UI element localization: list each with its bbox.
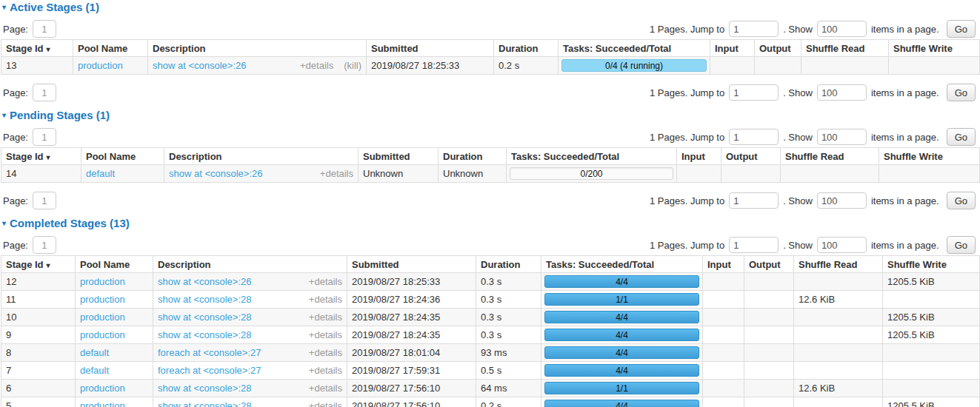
details-toggle[interactable]: +details	[309, 347, 342, 358]
pages-count-text: 1 Pages. Jump to	[650, 24, 724, 35]
column-header-duration[interactable]: Duration	[439, 148, 507, 165]
column-header-tasks-succeeded-total[interactable]: Tasks: Succeeded/Total	[541, 256, 703, 273]
column-header-description[interactable]: Description	[153, 256, 347, 273]
jump-to-page-input[interactable]	[729, 21, 779, 37]
details-toggle[interactable]: +details	[309, 312, 342, 323]
stage-description-link[interactable]: show at <console>:28	[158, 329, 303, 340]
details-toggle[interactable]: +details	[309, 276, 342, 287]
description-cell: show at <console>:28+details	[153, 397, 347, 407]
pool-name-link[interactable]: default	[80, 347, 109, 358]
page-size-input[interactable]	[817, 237, 867, 253]
jump-to-page-input[interactable]	[729, 237, 779, 253]
stage-description-link[interactable]: show at <console>:26	[169, 168, 314, 179]
details-toggle[interactable]: +details	[309, 365, 342, 376]
pool-name-cell: production	[76, 291, 153, 309]
section-heading-pending[interactable]: ▾Pending Stages (1)	[2, 110, 980, 121]
stage-description-link[interactable]: show at <console>:26	[158, 276, 303, 287]
jump-to-page-input[interactable]	[729, 192, 779, 209]
go-button[interactable]: Go	[947, 192, 976, 209]
column-header-description[interactable]: Description	[148, 40, 367, 57]
column-header-tasks-succeeded-total[interactable]: Tasks: Succeeded/Total	[559, 40, 710, 57]
details-toggle[interactable]: +details	[309, 294, 342, 305]
details-toggle[interactable]: +details	[320, 168, 353, 179]
go-button[interactable]: Go	[947, 236, 976, 254]
page-size-input[interactable]	[817, 192, 867, 209]
column-header-label: Input	[681, 151, 705, 162]
pool-name-link[interactable]: production	[80, 276, 125, 287]
column-header-label: Submitted	[371, 43, 419, 54]
details-toggle[interactable]: +details	[309, 383, 342, 394]
column-header-duration[interactable]: Duration	[476, 256, 541, 273]
page-size-input[interactable]	[817, 21, 867, 37]
page-number-input[interactable]	[33, 192, 56, 209]
pool-name-link[interactable]: production	[80, 312, 125, 323]
column-header-label: Output	[759, 43, 791, 54]
column-header-shuffle-read[interactable]: Shuffle Read	[794, 256, 883, 273]
stage-description-link[interactable]: show at <console>:28	[158, 312, 303, 323]
pool-name-link[interactable]: default	[80, 365, 109, 376]
go-button[interactable]: Go	[947, 20, 976, 38]
pool-name-link[interactable]: production	[80, 294, 125, 305]
go-button[interactable]: Go	[947, 84, 976, 101]
stage-description-link[interactable]: foreach at <console>:27	[158, 347, 303, 358]
go-button[interactable]: Go	[947, 128, 976, 146]
stage-description-link[interactable]: show at <console>:28	[158, 383, 303, 394]
page-number-input[interactable]	[33, 236, 56, 254]
column-header-submitted[interactable]: Submitted	[359, 148, 439, 165]
pool-name-link[interactable]: production	[80, 383, 125, 394]
page-number-input[interactable]	[33, 84, 56, 101]
page-number-input[interactable]	[33, 20, 56, 38]
column-header-pool-name[interactable]: Pool Name	[76, 256, 153, 273]
details-toggle[interactable]: +details	[309, 400, 342, 407]
stage-description-link[interactable]: show at <console>:28	[158, 294, 303, 305]
pool-name-link[interactable]: default	[86, 168, 115, 179]
stage-id-cell: 11	[1, 291, 76, 309]
column-header-description[interactable]: Description	[164, 148, 359, 165]
column-header-tasks-succeeded-total[interactable]: Tasks: Succeeded/Total	[507, 148, 677, 165]
column-header-output[interactable]: Output	[755, 40, 801, 57]
column-header-shuffle-write[interactable]: Shuffle Write	[889, 40, 980, 57]
details-toggle[interactable]: +details	[309, 329, 342, 340]
column-header-submitted[interactable]: Submitted	[347, 256, 476, 273]
stage-description-link[interactable]: foreach at <console>:27	[158, 365, 303, 376]
column-header-submitted[interactable]: Submitted	[367, 40, 494, 57]
column-header-shuffle-read[interactable]: Shuffle Read	[781, 148, 879, 165]
stage-id-cell: 12	[1, 273, 76, 291]
section-title: Pending Stages (1)	[10, 110, 110, 121]
jump-to-page-input[interactable]	[729, 129, 779, 145]
shuffle-read-cell: 12.6 KiB	[794, 380, 883, 397]
table-header-row: Stage Id▾Pool NameDescriptionSubmittedDu…	[1, 148, 980, 165]
column-header-stage-id[interactable]: Stage Id▾	[1, 148, 81, 165]
column-header-shuffle-write[interactable]: Shuffle Write	[879, 148, 980, 165]
description-cell: show at <console>:26+details(kill)	[148, 57, 367, 75]
pool-name-link[interactable]: production	[78, 60, 123, 71]
pool-name-link[interactable]: production	[80, 400, 125, 407]
column-header-input[interactable]: Input	[703, 256, 744, 273]
items-per-page-label: items in a page.	[871, 195, 939, 206]
page-size-input[interactable]	[817, 84, 867, 101]
column-header-duration[interactable]: Duration	[494, 40, 559, 57]
pagination-top: Page:1 Pages. Jump to. Showitems in a pa…	[3, 128, 976, 146]
column-header-output[interactable]: Output	[721, 148, 781, 165]
column-header-input[interactable]: Input	[710, 40, 755, 57]
kill-link[interactable]: (kill)	[344, 60, 361, 71]
items-per-page-label: items in a page.	[871, 132, 939, 143]
section-heading-active[interactable]: ▾Active Stages (1)	[2, 1, 980, 13]
column-header-stage-id[interactable]: Stage Id▾	[1, 40, 73, 57]
jump-to-page-input[interactable]	[729, 84, 779, 101]
details-toggle[interactable]: +details	[300, 60, 333, 71]
stage-description-link[interactable]: show at <console>:28	[158, 400, 303, 407]
column-header-stage-id[interactable]: Stage Id▾	[1, 256, 76, 273]
pool-name-link[interactable]: production	[80, 329, 125, 340]
column-header-shuffle-write[interactable]: Shuffle Write	[883, 256, 980, 273]
page-number-input[interactable]	[33, 128, 56, 146]
tasks-cell: 4/4	[541, 362, 703, 380]
column-header-pool-name[interactable]: Pool Name	[81, 148, 164, 165]
section-heading-completed[interactable]: ▾Completed Stages (13)	[2, 218, 980, 229]
page-size-input[interactable]	[817, 129, 867, 145]
column-header-output[interactable]: Output	[744, 256, 794, 273]
column-header-input[interactable]: Input	[677, 148, 721, 165]
stage-description-link[interactable]: show at <console>:26	[153, 60, 294, 71]
column-header-pool-name[interactable]: Pool Name	[73, 40, 148, 57]
column-header-shuffle-read[interactable]: Shuffle Read	[801, 40, 889, 57]
